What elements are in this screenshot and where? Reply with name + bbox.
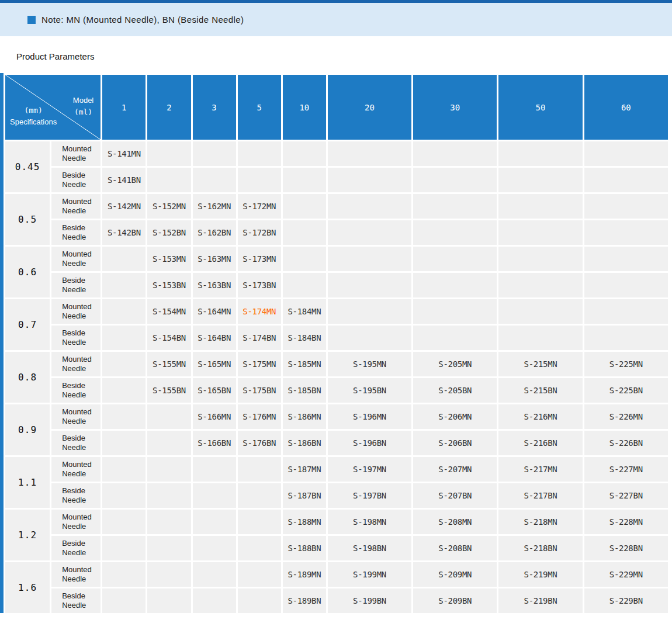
empty-cell (584, 194, 668, 219)
mounted-needle-label: Mounted Needle (51, 194, 101, 219)
model-code-S-227MN: S-227MN (584, 457, 668, 482)
model-code-S-174MN[interactable]: S-174MN (238, 299, 281, 324)
empty-cell (283, 141, 326, 166)
model-code-S-188MN: S-188MN (283, 510, 326, 534)
beside-needle-label: Beside Needle (51, 536, 101, 560)
spec-cell-0.9mm: 0.9 (5, 404, 50, 455)
model-code-S-154BN: S-154BN (147, 326, 190, 350)
beside-needle-label: Beside Needle (51, 220, 101, 245)
empty-cell (238, 536, 281, 560)
spec-cell-0.45mm: 0.45 (5, 141, 50, 192)
spec-cell-1.2mm: 1.2 (5, 510, 50, 560)
model-code-S-141BN: S-141BN (102, 168, 146, 192)
model-code-S-196MN: S-196MN (328, 404, 411, 429)
table-row: Beside NeedleS-187BNS-197BNS-207BNS-217B… (5, 483, 668, 508)
table-head: Model (ml) (mm) Specifications 123510203… (5, 75, 668, 140)
model-code-S-176BN: S-176BN (238, 431, 281, 455)
empty-cell (498, 141, 582, 166)
empty-cell (238, 510, 281, 534)
empty-cell (328, 194, 411, 219)
model-code-S-206BN: S-206BN (413, 431, 497, 455)
model-code-S-163BN: S-163BN (193, 273, 236, 297)
model-code-S-207BN: S-207BN (413, 483, 497, 508)
model-code-S-175MN: S-175MN (238, 352, 281, 376)
empty-cell (193, 536, 236, 560)
table-row: Beside NeedleS-153BNS-163BNS-173BN (5, 273, 668, 297)
model-code-S-198BN: S-198BN (328, 536, 411, 560)
empty-cell (102, 431, 146, 455)
model-code-S-186BN: S-186BN (283, 431, 326, 455)
empty-cell (498, 273, 582, 297)
model-code-S-186MN: S-186MN (283, 404, 326, 429)
model-code-S-227BN: S-227BN (584, 483, 668, 508)
beside-needle-label: Beside Needle (51, 326, 101, 350)
model-code-S-195BN: S-195BN (328, 378, 411, 403)
mounted-needle-label: Mounted Needle (51, 404, 101, 429)
empty-cell (102, 378, 146, 403)
product-parameters-table-wrap: Model (ml) (mm) Specifications 123510203… (0, 73, 672, 615)
empty-cell (102, 352, 146, 376)
table-row: Beside NeedleS-189BNS-199BNS-209BNS-219B… (5, 588, 668, 613)
model-code-S-217BN: S-217BN (498, 483, 582, 508)
empty-cell (102, 562, 146, 587)
model-code-S-173MN: S-173MN (238, 247, 281, 271)
note-bullet-square-icon (27, 16, 36, 24)
model-code-S-162BN: S-162BN (193, 220, 236, 245)
model-code-S-208BN: S-208BN (413, 536, 497, 560)
model-code-S-216BN: S-216BN (498, 431, 582, 455)
empty-cell (193, 588, 236, 613)
empty-cell (147, 141, 190, 166)
empty-cell (147, 483, 190, 508)
empty-cell (238, 588, 281, 613)
table-left-accent-bar (0, 73, 4, 613)
model-code-S-184BN: S-184BN (283, 326, 326, 350)
empty-cell (498, 299, 582, 324)
column-header-5ml: 5 (238, 75, 281, 140)
empty-cell (584, 273, 668, 297)
model-code-S-217MN: S-217MN (498, 457, 582, 482)
corner-specifications-label: (mm) Specifications (10, 105, 57, 128)
corner-specifications-text: Specifications (10, 116, 57, 128)
table-body: 0.45Mounted NeedleS-141MNBeside NeedleS-… (5, 141, 668, 613)
column-header-2ml: 2 (147, 75, 190, 140)
model-code-S-228MN: S-228MN (584, 510, 668, 534)
section-title: Product Parameters (16, 51, 672, 61)
model-code-S-205MN: S-205MN (413, 352, 497, 376)
model-code-S-165BN: S-165BN (193, 378, 236, 403)
empty-cell (328, 326, 411, 350)
empty-cell (238, 457, 281, 482)
model-code-S-228BN: S-228BN (584, 536, 668, 560)
corner-model-text: Model (73, 95, 93, 106)
empty-cell (238, 168, 281, 192)
empty-cell (413, 299, 497, 324)
model-code-S-175BN: S-175BN (238, 378, 281, 403)
model-code-S-172MN: S-172MN (238, 194, 281, 219)
empty-cell (413, 194, 497, 219)
model-code-S-152BN: S-152BN (147, 220, 190, 245)
corner-ml-unit: (ml) (73, 106, 93, 118)
empty-cell (283, 247, 326, 271)
empty-cell (498, 168, 582, 192)
empty-cell (498, 194, 582, 219)
model-code-S-189MN: S-189MN (283, 562, 326, 587)
model-code-S-225MN: S-225MN (584, 352, 668, 376)
model-code-S-172BN: S-172BN (238, 220, 281, 245)
empty-cell (413, 168, 497, 192)
table-row: 0.45Mounted NeedleS-141MN (5, 141, 668, 166)
empty-cell (584, 299, 668, 324)
beside-needle-label: Beside Needle (51, 431, 101, 455)
table-row: Beside NeedleS-188BNS-198BNS-208BNS-218B… (5, 536, 668, 560)
beside-needle-label: Beside Needle (51, 168, 101, 192)
empty-cell (413, 141, 497, 166)
empty-cell (498, 326, 582, 350)
corner-mm-unit: (mm) (10, 105, 57, 116)
corner-header-cell: Model (ml) (mm) Specifications (5, 75, 101, 140)
model-code-S-185BN: S-185BN (283, 378, 326, 403)
empty-cell (283, 168, 326, 192)
empty-cell (102, 299, 146, 324)
column-header-3ml: 3 (193, 75, 236, 140)
empty-cell (283, 220, 326, 245)
product-parameters-table: Model (ml) (mm) Specifications 123510203… (4, 73, 670, 615)
empty-cell (413, 220, 497, 245)
table-row: 0.7Mounted NeedleS-154MNS-164MNS-174MNS-… (5, 299, 668, 324)
